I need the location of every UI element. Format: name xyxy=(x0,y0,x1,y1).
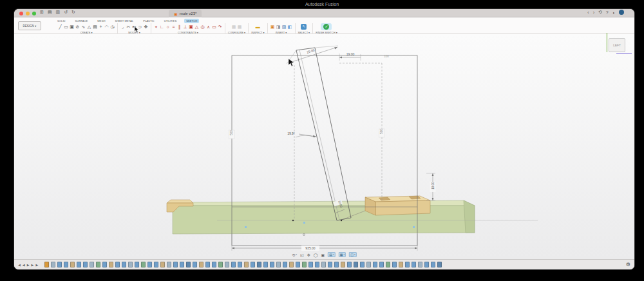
timeline-feature-icon[interactable] xyxy=(173,262,178,267)
timeline-feature-icon[interactable] xyxy=(44,262,49,267)
timeline-feature-icon[interactable] xyxy=(315,262,319,267)
redo-icon[interactable]: ↻ xyxy=(71,10,75,15)
circle-icon[interactable]: ⊘ xyxy=(75,24,80,30)
timeline-feature-icon[interactable] xyxy=(412,262,416,267)
timeline-feature-icon[interactable] xyxy=(77,262,81,267)
timeline-feature-icon[interactable] xyxy=(51,262,55,267)
timeline-feature-icon[interactable] xyxy=(205,262,210,267)
timeline-feature-icon[interactable] xyxy=(186,262,191,267)
timeline-feature-icon[interactable] xyxy=(308,262,313,267)
select-cursor-icon[interactable]: ↖ xyxy=(301,24,307,30)
ribbon-tab-sheet-metal[interactable]: SHEET METAL xyxy=(113,19,135,23)
ribbon-tab-solid[interactable]: SOLID xyxy=(55,19,68,23)
display-settings-icon[interactable]: ▤▾ xyxy=(328,252,336,257)
skip-to-end-icon[interactable]: ▶ xyxy=(35,263,38,267)
timeline-feature-icon[interactable] xyxy=(296,262,300,267)
timeline-feature-icon[interactable] xyxy=(244,262,249,267)
timeline-feature-icon[interactable] xyxy=(334,262,339,267)
pan-icon[interactable]: ✥ xyxy=(307,253,310,257)
timeline-feature-icon[interactable] xyxy=(399,262,403,267)
timeline-feature-icon[interactable] xyxy=(276,262,281,267)
decal-icon[interactable]: ◨ xyxy=(276,24,281,30)
timeline-feature-icon[interactable] xyxy=(212,262,216,267)
line-icon[interactable]: ╱ xyxy=(58,24,62,30)
zoom-window-icon[interactable] xyxy=(32,12,36,15)
timeline-feature-icon[interactable] xyxy=(360,262,365,267)
timeline-feature-icon[interactable] xyxy=(431,262,435,267)
timeline-feature-icon[interactable] xyxy=(154,262,158,267)
timeline-feature-icon[interactable] xyxy=(122,262,126,267)
skip-to-start-icon[interactable]: ◀ xyxy=(18,263,21,267)
dim-right-ref[interactable]: 500 xyxy=(380,129,383,134)
board-end-face[interactable] xyxy=(464,200,475,233)
timeline-feature-icon[interactable] xyxy=(341,262,345,267)
view-cube[interactable]: LEFT xyxy=(609,38,625,52)
step-forward-icon[interactable]: ▶ xyxy=(32,263,34,267)
spline-icon[interactable]: ∿ xyxy=(81,24,86,30)
timeline-feature-icon[interactable] xyxy=(109,262,113,267)
ribbon-tab-utilities[interactable]: UTILITIES xyxy=(162,19,179,23)
curvature-icon[interactable]: ↷ xyxy=(218,24,222,30)
timeline-feature-icon[interactable] xyxy=(437,262,442,267)
fillet-icon[interactable]: ◞ xyxy=(120,24,125,30)
ribbon-tab-sketch[interactable]: SKETCH xyxy=(184,19,199,23)
timeline-feature-icon[interactable] xyxy=(160,262,165,267)
timeline-feature-icon[interactable] xyxy=(270,262,274,267)
sketch-point[interactable] xyxy=(341,220,342,221)
model-canvas[interactable]: 25.00 19.00 100 19.9° 12.00 50 xyxy=(14,34,634,259)
equal-icon[interactable]: = xyxy=(171,24,176,30)
timeline-feature-icon[interactable] xyxy=(366,262,371,267)
timeline-options-gear-icon[interactable]: ⚙ xyxy=(626,262,630,267)
notifications-icon[interactable]: ◗ xyxy=(612,10,615,15)
design-workspace-menu[interactable]: DESIGN ▾ xyxy=(18,21,41,30)
dim-left-height[interactable]: 500 xyxy=(230,130,233,135)
timeline-feature-icon[interactable] xyxy=(102,262,107,267)
measure-icon[interactable]: ▬ xyxy=(256,24,260,30)
orbit-icon[interactable]: ⟲▾ xyxy=(292,253,297,257)
polygon-icon[interactable]: △ xyxy=(87,24,91,30)
mast-left-edge[interactable] xyxy=(296,50,337,220)
collinear-icon[interactable]: ▭ xyxy=(212,24,216,30)
timeline-feature-icon[interactable] xyxy=(115,262,120,267)
document-tab[interactable]: ▣ mule v23* xyxy=(169,10,202,17)
fit-icon[interactable]: ▣ xyxy=(321,253,325,257)
app-grid-icon[interactable]: ⊞ xyxy=(40,10,44,15)
close-window-icon[interactable] xyxy=(19,12,23,15)
symmetry-icon[interactable]: ⋏ xyxy=(206,24,211,30)
timeline-feature-icon[interactable] xyxy=(96,262,100,267)
configure-table-icon[interactable]: ▦ xyxy=(232,24,236,30)
timeline-feature-icon[interactable] xyxy=(199,262,204,267)
timeline-feature-icon[interactable] xyxy=(392,262,397,267)
dim-block-height[interactable]: 19.00 xyxy=(431,182,435,189)
timeline-feature-icon[interactable] xyxy=(289,262,294,267)
timeline-feature-icon[interactable] xyxy=(418,262,422,267)
midpoint-icon[interactable]: △ xyxy=(194,24,199,30)
finish-sketch-check-icon[interactable]: ✓ xyxy=(323,24,329,30)
minimize-window-icon[interactable] xyxy=(26,12,30,15)
dim-angle[interactable]: 19.9° xyxy=(287,131,295,135)
sketch-canvas[interactable]: 25.00 19.00 100 19.9° 12.00 50 xyxy=(14,34,634,259)
timeline-feature-icon[interactable] xyxy=(57,262,62,267)
dim-top-offset[interactable]: 19.00 xyxy=(346,52,355,56)
timeline-feature-icon[interactable] xyxy=(405,262,410,267)
viewports-icon[interactable]: ◫▾ xyxy=(349,252,357,257)
timeline-feature-icon[interactable] xyxy=(238,262,242,267)
timeline-feature-icon[interactable] xyxy=(373,262,377,267)
look-at-icon[interactable]: ◱ xyxy=(300,253,304,257)
undo-icon[interactable]: ↺ xyxy=(64,10,68,15)
timeline-feature-icon[interactable] xyxy=(347,262,352,267)
timeline-feature-icon[interactable] xyxy=(302,262,307,267)
configuration-icon[interactable]: ▦ xyxy=(238,24,242,30)
timeline-feature-icon[interactable] xyxy=(321,262,326,267)
timeline-feature-icon[interactable] xyxy=(128,262,133,267)
timeline-feature-icon[interactable] xyxy=(231,262,236,267)
concentric-icon[interactable]: ◎ xyxy=(200,24,205,30)
timeline-feature-icon[interactable] xyxy=(141,262,146,267)
back-icon[interactable]: ‹ xyxy=(587,10,589,15)
grid-settings-icon[interactable]: ▦▾ xyxy=(339,252,346,257)
timeline-feature-icon[interactable] xyxy=(83,262,88,267)
timeline-feature-icon[interactable] xyxy=(386,262,390,267)
center-rectangle-icon[interactable]: ▣ xyxy=(70,24,74,30)
parallel-icon[interactable]: ∥ xyxy=(177,24,182,30)
canvas-icon[interactable]: ▨ xyxy=(282,24,287,30)
